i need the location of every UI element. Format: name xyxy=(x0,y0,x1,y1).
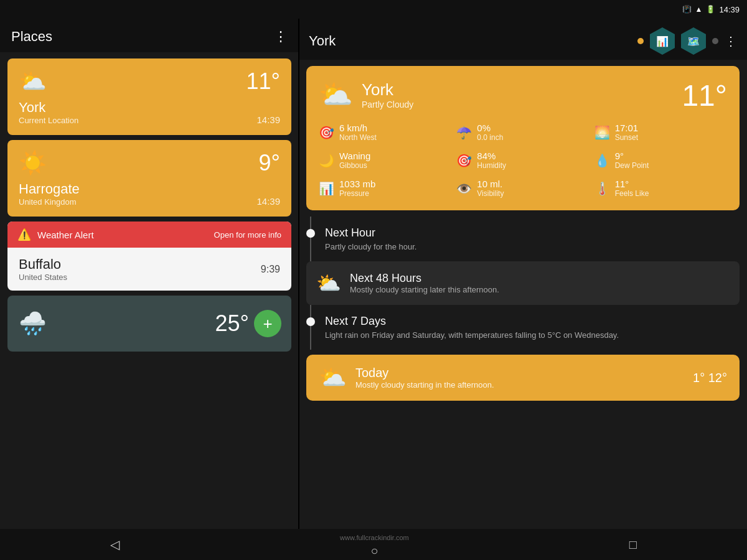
places-list: ⛅ 11° York Current Location 14:39 ☀️ 9° … xyxy=(0,52,299,529)
wind-value: 6 km/h xyxy=(339,123,377,133)
visibility-label: Visibility xyxy=(477,189,504,198)
places-title: Places xyxy=(11,29,52,45)
timeline-dot-1 xyxy=(306,229,315,238)
moon-value: Waning xyxy=(339,151,370,161)
today-icon: ⛅ xyxy=(319,365,347,391)
next-7-item[interactable]: Next 7 Days Light rain on Friday and Sat… xyxy=(306,305,740,350)
visibility-value: 10 ml. xyxy=(477,179,504,189)
weather-details: 🎯 6 km/h North West ☂️ 0% 0.0 inch 🌅 17:… xyxy=(319,123,727,198)
today-desc: Mostly cloudy starting in the afternoon. xyxy=(355,380,494,390)
back-button[interactable]: ◁ xyxy=(110,537,120,552)
dot-indicator-1 xyxy=(637,38,644,44)
feelslike-value: 11° xyxy=(615,179,649,189)
rain-value: 0% xyxy=(477,123,503,133)
weather-alert-banner[interactable]: ⚠️ Weather Alert Open for more info xyxy=(7,222,291,248)
alert-open-text[interactable]: Open for more info xyxy=(214,230,281,240)
pressure-value: 1033 mb xyxy=(339,179,375,189)
recent-button[interactable]: □ xyxy=(629,538,637,552)
next-48-desc: Mostly cloudy starting later this aftern… xyxy=(350,285,499,294)
moon-icon: 🌙 xyxy=(319,153,334,168)
york-weather-icon: ⛅ xyxy=(19,68,47,95)
rain-label: 0.0 inch xyxy=(477,133,503,142)
york-subtitle: Current Location xyxy=(19,116,78,125)
next-48-title: Next 48 Hours xyxy=(350,272,499,285)
moon-label: Gibbous xyxy=(339,161,370,170)
main-york-card[interactable]: ⛅ York Partly Cloudy 11° 🎯 6 km/h North … xyxy=(306,66,740,210)
detail-wind: 🎯 6 km/h North West xyxy=(319,123,451,142)
panel-divider xyxy=(298,19,299,529)
wind-label: North West xyxy=(339,133,377,142)
last-temp: 25° xyxy=(215,310,249,337)
sunset-icon: 🌅 xyxy=(594,125,610,140)
buffalo-card[interactable]: ⚠️ Weather Alert Open for more info Buff… xyxy=(7,222,291,291)
right-header: York 📊 🗺️ ⋮ xyxy=(299,19,747,60)
detail-moon: 🌙 Waning Gibbous xyxy=(319,151,451,170)
places-menu-icon[interactable]: ⋮ xyxy=(274,29,288,45)
main-city-name: York xyxy=(362,80,413,100)
right-menu-dots[interactable]: ⋮ xyxy=(725,34,737,49)
harrogate-subtitle: United Kingdom xyxy=(19,197,80,207)
main-city-condition: Partly Cloudy xyxy=(362,100,413,110)
map-hex-icon[interactable]: 🗺️ xyxy=(681,27,706,55)
harrogate-city: Harrogate xyxy=(19,181,80,197)
right-panel: York 📊 🗺️ ⋮ ⛅ York Partly Cloudy 11° xyxy=(299,19,747,529)
today-temps: 1° 12° xyxy=(693,371,727,385)
today-card[interactable]: ⛅ Today Mostly cloudy starting in the af… xyxy=(306,355,740,401)
york-card[interactable]: ⛅ 11° York Current Location 14:39 xyxy=(7,58,291,135)
next-7-desc: Light rain on Friday and Saturday, with … xyxy=(325,330,740,340)
wifi-icon: ▲ xyxy=(695,5,703,14)
buffalo-time: 9:39 xyxy=(261,264,280,275)
pressure-icon: 📊 xyxy=(319,181,334,196)
battery-icon: 🔋 xyxy=(706,5,715,14)
buffalo-content: Buffalo United States 9:39 xyxy=(7,248,291,291)
timeline-section-2: Next 7 Days Light rain on Friday and Sat… xyxy=(299,305,747,350)
york-city: York xyxy=(19,100,78,116)
today-temp-high: 12° xyxy=(708,371,727,385)
rain-icon: ☂️ xyxy=(456,125,472,140)
status-bar: 📳 ▲ 🔋 14:39 xyxy=(0,0,747,19)
york-temp: 11° xyxy=(247,68,280,95)
thermometer-icon: 🌡️ xyxy=(594,181,610,196)
today-temp-low: 1° xyxy=(693,371,705,385)
detail-rain: ☂️ 0% 0.0 inch xyxy=(456,123,589,142)
main-temp: 11° xyxy=(682,78,727,113)
bar-chart-icon: 📊 xyxy=(656,35,669,47)
buffalo-city: Buffalo xyxy=(19,256,67,273)
add-icon: + xyxy=(263,314,272,334)
dew-value: 9° xyxy=(615,151,649,161)
timeline-section: Next Hour Partly cloudy for the hour. xyxy=(299,217,747,261)
harrogate-temp: 9° xyxy=(259,150,280,176)
timeline-dot-2 xyxy=(306,317,315,326)
add-place-button[interactable]: + xyxy=(254,310,281,337)
next-7-content: Next 7 Days Light rain on Friday and Sat… xyxy=(325,315,740,340)
alert-triangle-icon: ⚠️ xyxy=(17,228,31,241)
harrogate-weather-icon: ☀️ xyxy=(19,150,47,176)
last-weather-card[interactable]: 🌧️ 25° + xyxy=(7,296,291,352)
harrogate-time: 14:39 xyxy=(256,196,280,207)
york-time: 14:39 xyxy=(256,114,280,125)
detail-dew: 💧 9° Dew Point xyxy=(594,151,727,170)
buffalo-country: United States xyxy=(19,273,67,282)
next-48-card[interactable]: ⛅ Next 48 Hours Mostly cloudy starting l… xyxy=(306,261,740,305)
next-7-title: Next 7 Days xyxy=(325,315,740,328)
bar-chart-hex-icon[interactable]: 📊 xyxy=(650,27,675,55)
humidity-label: Humidity xyxy=(477,161,506,170)
right-title: York xyxy=(309,33,336,49)
humidity-value: 84% xyxy=(477,151,506,161)
next-hour-content: Next Hour Partly cloudy for the hour. xyxy=(325,226,740,251)
next-hour-title: Next Hour xyxy=(325,226,740,240)
pressure-label: Pressure xyxy=(339,189,375,198)
humidity-icon: 🎯 xyxy=(456,153,472,168)
vibrate-icon: 📳 xyxy=(682,5,692,14)
next-hour-item[interactable]: Next Hour Partly cloudy for the hour. xyxy=(306,217,740,261)
detail-visibility: 👁️ 10 ml. Visibility xyxy=(456,179,589,198)
home-button[interactable]: ○ xyxy=(370,544,378,558)
today-left: ⛅ Today Mostly cloudy starting in the af… xyxy=(319,365,494,391)
detail-feelslike: 🌡️ 11° Feels Like xyxy=(594,179,727,198)
detail-pressure: 📊 1033 mb Pressure xyxy=(319,179,451,198)
harrogate-card[interactable]: ☀️ 9° Harrogate United Kingdom 14:39 xyxy=(7,140,291,217)
website-footer: www.fullcrackindir.com xyxy=(340,531,409,544)
last-weather-icon: 🌧️ xyxy=(19,310,47,337)
sunset-label: Sunset xyxy=(615,133,639,142)
map-icon: 🗺️ xyxy=(687,35,700,47)
